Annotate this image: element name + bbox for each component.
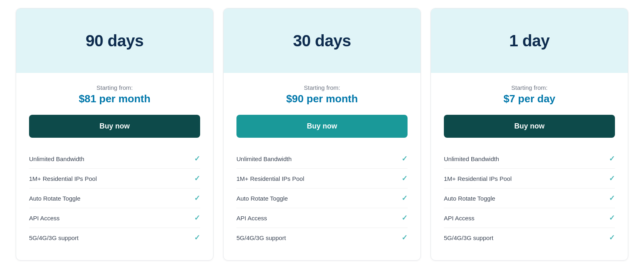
feature-item: Auto Rotate Toggle✓ [236, 188, 408, 208]
pricing-cards-container: 90 daysStarting from:$81 per monthBuy no… [8, 8, 636, 261]
check-icon: ✓ [609, 174, 615, 183]
starting-from-label-card-1: Starting from: [444, 84, 615, 91]
card-title-card-30: 30 days [293, 32, 351, 50]
price-card-90: $81 per month [29, 93, 200, 105]
starting-from-label-card-90: Starting from: [29, 84, 200, 91]
buy-button-card-90[interactable]: Buy now [29, 115, 200, 138]
price-card-30: $90 per month [236, 93, 408, 105]
feature-item: Auto Rotate Toggle✓ [444, 188, 615, 208]
check-icon: ✓ [401, 154, 408, 163]
feature-label: Unlimited Bandwidth [236, 155, 292, 162]
feature-item: Unlimited Bandwidth✓ [29, 149, 200, 168]
features-list-card-1: Unlimited Bandwidth✓1M+ Residential IPs … [444, 149, 615, 247]
check-icon: ✓ [609, 233, 615, 242]
check-icon: ✓ [609, 154, 615, 163]
card-title-card-1: 1 day [509, 32, 550, 50]
check-icon: ✓ [401, 174, 408, 183]
feature-label: 5G/4G/3G support [444, 234, 493, 241]
feature-item: Unlimited Bandwidth✓ [444, 149, 615, 168]
check-icon: ✓ [194, 194, 200, 203]
feature-label: Unlimited Bandwidth [29, 155, 84, 162]
feature-label: Auto Rotate Toggle [29, 195, 80, 202]
features-list-card-90: Unlimited Bandwidth✓1M+ Residential IPs … [29, 149, 200, 247]
check-icon: ✓ [194, 233, 200, 242]
feature-label: API Access [236, 215, 267, 222]
feature-item: Unlimited Bandwidth✓ [236, 149, 408, 168]
pricing-section-card-1: Starting from:$7 per day [444, 84, 615, 105]
check-icon: ✓ [194, 154, 200, 163]
check-icon: ✓ [401, 194, 408, 203]
feature-label: API Access [444, 215, 475, 222]
card-header-card-90: 90 days [16, 8, 213, 73]
pricing-section-card-30: Starting from:$90 per month [236, 84, 408, 105]
pricing-section-card-90: Starting from:$81 per month [29, 84, 200, 105]
feature-label: Auto Rotate Toggle [236, 195, 288, 202]
feature-item: 5G/4G/3G support✓ [236, 228, 408, 247]
feature-item: API Access✓ [444, 208, 615, 228]
check-icon: ✓ [401, 233, 408, 242]
feature-label: API Access [29, 215, 60, 222]
buy-button-card-1[interactable]: Buy now [444, 115, 615, 138]
feature-item: 5G/4G/3G support✓ [29, 228, 200, 247]
pricing-card-card-30: 30 daysStarting from:$90 per monthBuy no… [223, 8, 421, 261]
feature-item: API Access✓ [29, 208, 200, 228]
feature-item: 1M+ Residential IPs Pool✓ [236, 168, 408, 188]
feature-label: 5G/4G/3G support [29, 234, 79, 241]
pricing-card-card-1: 1 dayStarting from:$7 per dayBuy nowUnli… [431, 8, 628, 261]
feature-item: 5G/4G/3G support✓ [444, 228, 615, 247]
feature-label: 5G/4G/3G support [236, 234, 286, 241]
check-icon: ✓ [609, 194, 615, 203]
feature-item: Auto Rotate Toggle✓ [29, 188, 200, 208]
features-list-card-30: Unlimited Bandwidth✓1M+ Residential IPs … [236, 149, 408, 247]
check-icon: ✓ [401, 213, 408, 222]
feature-label: Auto Rotate Toggle [444, 195, 495, 202]
card-header-card-1: 1 day [431, 8, 628, 73]
feature-label: 1M+ Residential IPs Pool [29, 175, 97, 182]
check-icon: ✓ [194, 213, 200, 222]
check-icon: ✓ [609, 213, 615, 222]
pricing-card-card-90: 90 daysStarting from:$81 per monthBuy no… [16, 8, 213, 261]
feature-label: 1M+ Residential IPs Pool [444, 175, 512, 182]
check-icon: ✓ [194, 174, 200, 183]
feature-label: Unlimited Bandwidth [444, 155, 499, 162]
card-header-card-30: 30 days [224, 8, 420, 73]
price-card-1: $7 per day [444, 93, 615, 105]
card-title-card-90: 90 days [86, 32, 143, 50]
feature-item: API Access✓ [236, 208, 408, 228]
card-body-card-1: Starting from:$7 per dayBuy nowUnlimited… [431, 73, 628, 260]
feature-label: 1M+ Residential IPs Pool [236, 175, 304, 182]
buy-button-card-30[interactable]: Buy now [236, 115, 408, 138]
starting-from-label-card-30: Starting from: [236, 84, 408, 91]
feature-item: 1M+ Residential IPs Pool✓ [444, 168, 615, 188]
card-body-card-90: Starting from:$81 per monthBuy nowUnlimi… [16, 73, 213, 260]
feature-item: 1M+ Residential IPs Pool✓ [29, 168, 200, 188]
card-body-card-30: Starting from:$90 per monthBuy nowUnlimi… [224, 73, 420, 260]
